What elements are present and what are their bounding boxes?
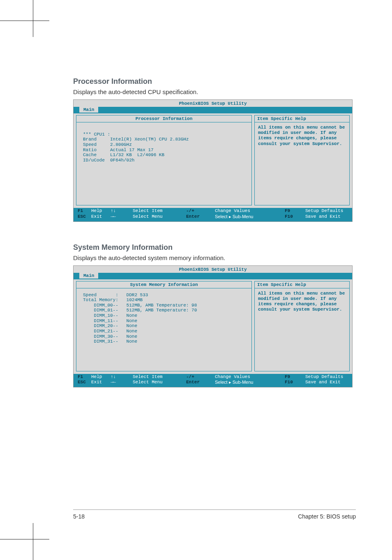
bios-right-help-text: All items on this menu cannot be modifie… xyxy=(255,288,349,315)
bios-footer-keys: F1 HelpESC Exit ↑↓→← Select ItemSelect M… xyxy=(74,208,352,221)
bios-title: PhoenixBIOS Setup Utility xyxy=(74,100,352,107)
section-caption-processor: Displays the auto-detected CPU specifica… xyxy=(73,88,356,95)
key-select-sub: Select ▸ Sub-Menu xyxy=(215,214,253,219)
bios-title: PhoenixBIOS Setup Utility xyxy=(74,266,352,273)
chapter-label: Chapter 5: BIOS setup xyxy=(298,513,356,520)
bios-tab-main: Main xyxy=(79,107,98,113)
key-f10: F10 xyxy=(285,214,293,219)
key-help: Help xyxy=(91,208,102,213)
bios-right-header: Item Specific Help xyxy=(255,115,349,122)
bios-footer-keys: F1 HelpESC Exit ↑↓→← Select ItemSelect M… xyxy=(74,374,352,387)
key-enter: Enter xyxy=(186,380,200,385)
bios-screenshot-processor: PhoenixBIOS Setup Utility Main Processor… xyxy=(73,99,353,222)
key-leftright: →← xyxy=(111,214,116,219)
key-f9: F9 xyxy=(285,374,290,379)
section-heading-processor: Processor Information xyxy=(73,77,356,86)
key-minusplus: -/+ xyxy=(186,208,194,213)
key-esc: ESC xyxy=(78,214,86,219)
key-exit: Exit xyxy=(91,214,102,219)
key-select-menu: Select Menu xyxy=(133,380,163,385)
key-setup-defaults: Setup Defaults xyxy=(305,208,343,213)
bios-tab-bar: Main xyxy=(74,273,352,279)
bios-tab-bar: Main xyxy=(74,107,352,113)
bios-right-header: Item Specific Help xyxy=(255,281,349,288)
key-f9: F9 xyxy=(285,208,290,213)
key-esc: ESC xyxy=(78,380,86,385)
bios-left-panel: System Memory Information Speed : DDR2 5… xyxy=(76,281,252,371)
bios-right-help-text: All items on this menu cannot be modifie… xyxy=(255,122,349,149)
key-save-exit: Save and Exit xyxy=(305,214,341,219)
bios-left-header: Processor Information xyxy=(76,115,251,122)
key-select-menu: Select Menu xyxy=(133,214,163,219)
key-f1: F1 xyxy=(78,374,83,379)
key-select-item: Select Item xyxy=(133,374,163,379)
key-leftright: →← xyxy=(111,380,116,385)
key-help: Help xyxy=(91,374,102,379)
page-number: 5-18 xyxy=(73,513,85,520)
bios-screenshot-memory: PhoenixBIOS Setup Utility Main System Me… xyxy=(73,265,353,388)
key-save-exit: Save and Exit xyxy=(305,380,341,385)
page-footer: 5-18 Chapter 5: BIOS setup xyxy=(73,509,356,520)
bios-right-panel: Item Specific Help All items on this men… xyxy=(254,281,350,371)
bios-left-content: Speed : DDR2 533 Total Memory: 1024MB DI… xyxy=(76,288,251,371)
crop-mark-top-left xyxy=(0,0,58,41)
key-change-values: Change Values xyxy=(215,208,250,213)
key-select-item: Select Item xyxy=(133,208,163,213)
bios-left-panel: Processor Information *** CPU1 : Brand I… xyxy=(76,115,252,205)
key-enter: Enter xyxy=(186,214,200,219)
key-setup-defaults: Setup Defaults xyxy=(305,374,343,379)
section-heading-memory: System Memory Information xyxy=(73,243,356,252)
bios-left-header: System Memory Information xyxy=(76,281,251,288)
section-caption-memory: Displays the auto-detected system memory… xyxy=(73,254,356,261)
key-f10: F10 xyxy=(285,380,293,385)
key-change-values: Change Values xyxy=(215,374,250,379)
key-updown: ↑↓ xyxy=(111,374,116,379)
bios-right-panel: Item Specific Help All items on this men… xyxy=(254,115,350,205)
key-f1: F1 xyxy=(78,208,83,213)
bios-left-content: *** CPU1 : Brand Intel(R) Xeon(TM) CPU 2… xyxy=(76,122,251,205)
key-updown: ↑↓ xyxy=(111,208,116,213)
crop-mark-bottom-left xyxy=(0,519,58,560)
key-exit: Exit xyxy=(91,380,102,385)
key-minusplus: -/+ xyxy=(186,374,194,379)
bios-tab-main: Main xyxy=(79,273,98,279)
key-select-sub: Select ▸ Sub-Menu xyxy=(215,380,253,385)
